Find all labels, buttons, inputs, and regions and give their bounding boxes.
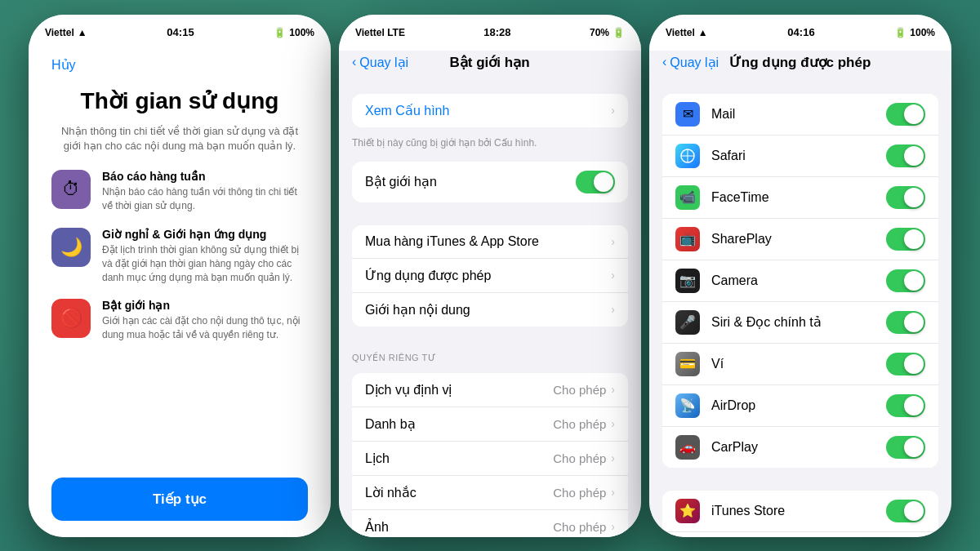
screen-title-1: Thời gian sử dụng xyxy=(51,87,308,115)
continue-button[interactable]: Tiếp tục xyxy=(51,478,308,521)
chevron-icon-loi-nhac: › xyxy=(611,486,615,499)
app-row-podcast[interactable]: 🎙 Podcast xyxy=(662,532,938,537)
toggle-mail[interactable] xyxy=(886,103,925,126)
carrier-2: Viettel LTE xyxy=(355,27,405,38)
toggle-airdrop[interactable] xyxy=(886,394,925,417)
feature-title-downtime: Giờ nghỉ & Giới hạn ứng dụng xyxy=(102,228,308,241)
app-icon-facetime: 📹 xyxy=(675,185,700,210)
app-icon-safari xyxy=(675,144,700,168)
ung-dung-label: Ứng dụng được phép xyxy=(365,268,611,283)
bat-gioi-han-label: Bật giới hạn xyxy=(365,174,576,189)
feature-text-limit: Bật giới hạn Giới hạn các cài đặt cho nộ… xyxy=(102,299,308,342)
time-1: 04:15 xyxy=(167,26,194,38)
nav-title-3: Ứng dụng được phép xyxy=(729,54,871,71)
app-icon-siri: 🎤 xyxy=(675,310,700,335)
app-row-safari[interactable]: Safari xyxy=(662,136,938,177)
chevron-icon-mua-hang: › xyxy=(611,235,615,248)
app-row-siri[interactable]: 🎤 Siri & Đọc chính tả xyxy=(662,302,938,344)
app-row-camera[interactable]: 📷 Camera xyxy=(662,260,938,302)
phone-2-screen: Xem Cấu hình › Thiết bị này cũng bị giới… xyxy=(339,78,641,537)
toggle-siri[interactable] xyxy=(886,311,925,334)
nav-title-2: Bật giới hạn xyxy=(450,54,530,71)
status-right-3: 🔋 100% xyxy=(894,27,935,38)
chevron-back-icon-3: ‹ xyxy=(662,55,666,69)
feature-item-1: ⏱ Báo cáo hàng tuần Nhận báo cáo hàng tu… xyxy=(51,170,308,213)
gioi-han-row[interactable]: Giới hạn nội dung › xyxy=(352,293,628,327)
status-bar-2: Viettel LTE 18:28 70% 🔋 xyxy=(339,15,641,51)
phone-2: Viettel LTE 18:28 70% 🔋 ‹ Quay lại Bật g… xyxy=(339,15,641,537)
app-row-mail[interactable]: ✉ Mail xyxy=(662,94,938,136)
status-right-2: 70% 🔋 xyxy=(590,27,625,38)
loi-nhac-row[interactable]: Lời nhắc Cho phép › xyxy=(352,476,628,510)
mua-hang-row[interactable]: Mua hàng iTunes & App Store › xyxy=(352,225,628,259)
cancel-button[interactable]: Hủy xyxy=(51,51,308,79)
app-row-vi[interactable]: 💳 Ví xyxy=(662,344,938,385)
app-name-itunes: iTunes Store xyxy=(711,504,886,518)
app-icon-carplay: 🚗 xyxy=(675,435,700,460)
mua-hang-label: Mua hàng iTunes & App Store xyxy=(365,234,611,249)
screen-desc-1: Nhận thông tin chi tiết về thời gian sử … xyxy=(51,124,308,153)
dinh-vi-value: Cho phép xyxy=(553,383,606,397)
quyen-rieng-tu-header: QUYỀN RIÊNG TƯ xyxy=(339,343,641,367)
time-2: 18:28 xyxy=(483,26,510,38)
status-bar-3: Viettel ▲ 04:16 🔋 100% xyxy=(649,15,951,51)
feature-icon-downtime: 🌙 xyxy=(51,228,91,267)
chevron-back-icon-2: ‹ xyxy=(352,55,356,69)
gioi-han-label: Giới hạn nội dung xyxy=(365,302,611,318)
app-icon-airdrop: 📡 xyxy=(675,393,700,418)
app-name-carplay: CarPlay xyxy=(711,440,886,455)
app-icon-shareplay: 📺 xyxy=(675,227,700,251)
toggle-shareplay[interactable] xyxy=(886,228,925,251)
carrier-1: Viettel xyxy=(45,27,74,38)
battery-icon-3: 🔋 xyxy=(894,27,906,38)
anh-row[interactable]: Ảnh Cho phép › xyxy=(352,510,628,537)
feature-title-limit: Bật giới hạn xyxy=(102,299,308,312)
app-row-shareplay[interactable]: 📺 SharePlay xyxy=(662,219,938,260)
back-button-3[interactable]: ‹ Quay lại xyxy=(662,55,719,70)
app-name-camera: Camera xyxy=(711,273,886,288)
app-name-airdrop: AirDrop xyxy=(711,398,886,413)
phone-1-screen: Hủy Thời gian sử dụng Nhận thông tin chi… xyxy=(29,51,331,537)
toggle-safari[interactable] xyxy=(886,144,925,167)
cau-hinh-note: Thiết bị này cũng bị giới hạn bởi Cấu hì… xyxy=(339,134,641,155)
app-row-carplay[interactable]: 🚗 CarPlay xyxy=(662,427,938,468)
toggle-carplay[interactable] xyxy=(886,436,925,459)
nav-bar-3: ‹ Quay lại Ứng dụng được phép xyxy=(649,51,951,78)
chevron-icon-danh-ba: › xyxy=(611,417,615,430)
ung-dung-row[interactable]: Ứng dụng được phép › xyxy=(352,259,628,293)
feature-desc-weekly: Nhận báo cáo hàng tuần với thông tin chi… xyxy=(102,185,308,213)
app-row-airdrop[interactable]: 📡 AirDrop xyxy=(662,385,938,427)
feature-text-downtime: Giờ nghỉ & Giới hạn ứng dụng Đặt lịch tr… xyxy=(102,228,308,284)
phone-1: Viettel ▲ 04:15 🔋 100% Hủy Thời gian sử … xyxy=(29,15,331,537)
feature-icon-weekly: ⏱ xyxy=(51,170,91,209)
app-row-facetime[interactable]: 📹 FaceTime xyxy=(662,177,938,219)
status-right-1: 🔋 100% xyxy=(274,27,314,38)
anh-label: Ảnh xyxy=(365,519,553,535)
nav-bar-2: ‹ Quay lại Bật giới hạn xyxy=(339,51,641,78)
battery-2: 70% xyxy=(590,27,609,38)
dinh-vi-row[interactable]: Dịch vụ định vị Cho phép › xyxy=(352,373,628,407)
app-name-vi: Ví xyxy=(711,357,886,371)
danh-ba-row[interactable]: Danh bạ Cho phép › xyxy=(352,407,628,442)
back-button-2[interactable]: ‹ Quay lại xyxy=(352,55,408,70)
xem-cau-hinh-row[interactable]: Xem Cấu hình › xyxy=(352,94,628,127)
app-row-itunes[interactable]: ⭐ iTunes Store xyxy=(662,491,938,532)
main-settings-section: Mua hàng iTunes & App Store › Ứng dụng đ… xyxy=(352,225,628,327)
danh-ba-value: Cho phép xyxy=(553,417,606,431)
toggle-camera[interactable] xyxy=(886,269,925,292)
signal-icon-1: ▲ xyxy=(78,27,87,38)
toggle-itunes[interactable] xyxy=(886,500,925,522)
carrier-3: Viettel xyxy=(666,27,695,38)
app-icon-mail: ✉ xyxy=(675,102,700,127)
lich-label: Lịch xyxy=(365,451,553,466)
signal-icon-3: ▲ xyxy=(698,27,708,38)
apps-section-1: ✉ Mail Safari 📹 FaceTime xyxy=(662,94,938,468)
bat-gioi-han-toggle[interactable] xyxy=(576,171,615,193)
anh-value: Cho phép xyxy=(553,520,606,534)
toggle-facetime[interactable] xyxy=(886,186,925,209)
toggle-vi[interactable] xyxy=(886,353,925,375)
battery-1: 100% xyxy=(289,27,314,38)
lich-row[interactable]: Lịch Cho phép › xyxy=(352,442,628,476)
chevron-icon-dinh-vi: › xyxy=(611,383,615,396)
bat-gioi-han-row[interactable]: Bật giới hạn xyxy=(352,162,628,202)
